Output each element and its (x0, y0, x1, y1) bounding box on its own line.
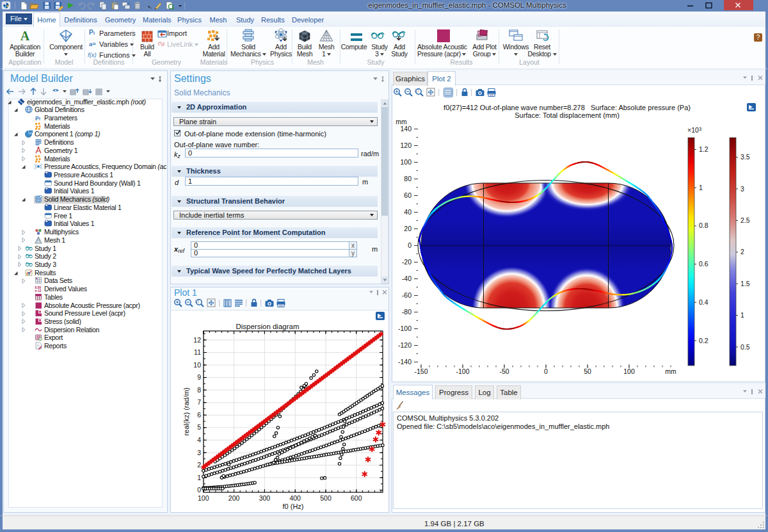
svg-text:50: 50 (584, 367, 591, 375)
svg-text:-100: -100 (456, 367, 469, 375)
svg-text:Surface: Total displacement (m: Surface: Total displacement (mm) (515, 111, 620, 119)
svg-text:-140: -140 (398, 358, 412, 366)
svg-text:80: 80 (404, 175, 412, 182)
svg-text:1.2: 1.2 (699, 145, 708, 153)
svg-text:0: 0 (197, 486, 201, 494)
svg-text:-60: -60 (402, 291, 412, 299)
svg-text:-50: -50 (499, 367, 509, 375)
svg-text:100: 100 (400, 158, 412, 166)
svg-text:20: 20 (404, 225, 412, 232)
svg-text:-80: -80 (402, 308, 412, 316)
svg-text:10: 10 (193, 361, 201, 369)
svg-text:real(kz) (rad/m): real(kz) (rad/m) (182, 387, 190, 435)
svg-text:40: 40 (404, 208, 412, 216)
svg-text:0.6: 0.6 (699, 260, 708, 268)
svg-text:300: 300 (259, 494, 271, 502)
svg-text:0.2: 0.2 (699, 337, 708, 344)
svg-text:-120: -120 (398, 341, 412, 349)
svg-text:400: 400 (289, 494, 301, 502)
svg-text:0.5: 0.5 (740, 343, 750, 351)
svg-text:100: 100 (623, 367, 635, 375)
svg-text:8: 8 (197, 386, 201, 394)
svg-text:×103: ×103 (687, 126, 702, 134)
svg-text:3: 3 (740, 185, 744, 193)
svg-text:-40: -40 (402, 275, 412, 282)
svg-text:500: 500 (320, 494, 332, 502)
svg-text:6: 6 (197, 411, 201, 419)
svg-text:3.5: 3.5 (740, 153, 750, 161)
svg-text:2: 2 (740, 248, 744, 255)
svg-text:3: 3 (197, 449, 201, 456)
svg-text:f0(27)=412 Out-of-plane wave n: f0(27)=412 Out-of-plane wave number=8.27… (444, 104, 691, 111)
svg-text:140: 140 (400, 125, 412, 133)
svg-text:-20: -20 (402, 258, 412, 266)
svg-text:7: 7 (197, 398, 201, 406)
svg-text:Dispersion diagram: Dispersion diagram (236, 323, 299, 330)
svg-text:9: 9 (197, 373, 201, 381)
svg-text:mm: mm (665, 367, 676, 375)
svg-text:1: 1 (197, 474, 201, 481)
svg-text:-150: -150 (414, 367, 428, 375)
svg-text:e-12: e-12 (35, 289, 42, 293)
svg-text:11: 11 (194, 348, 201, 356)
svg-text:2.5: 2.5 (740, 216, 750, 224)
svg-text:120: 120 (400, 141, 412, 149)
svg-text:2: 2 (197, 461, 201, 469)
svg-text:Pi: Pi (35, 115, 40, 121)
svg-text:200: 200 (228, 494, 240, 502)
svg-text:0.8: 0.8 (699, 222, 708, 229)
svg-text:60: 60 (404, 191, 412, 199)
svg-text:4: 4 (197, 436, 201, 444)
svg-text:600: 600 (351, 494, 362, 502)
svg-text:1.5: 1.5 (740, 280, 750, 287)
svg-text:f0 (Hz): f0 (Hz) (283, 503, 304, 510)
svg-text:12: 12 (193, 336, 201, 344)
svg-text:0: 0 (544, 367, 548, 375)
svg-text:-100: -100 (398, 325, 412, 332)
svg-text:5: 5 (197, 423, 201, 431)
svg-text:1: 1 (699, 184, 703, 191)
svg-text:1: 1 (740, 311, 744, 319)
svg-text:0: 0 (408, 241, 412, 249)
svg-text:100: 100 (198, 494, 209, 502)
svg-text:0.4: 0.4 (699, 298, 708, 306)
